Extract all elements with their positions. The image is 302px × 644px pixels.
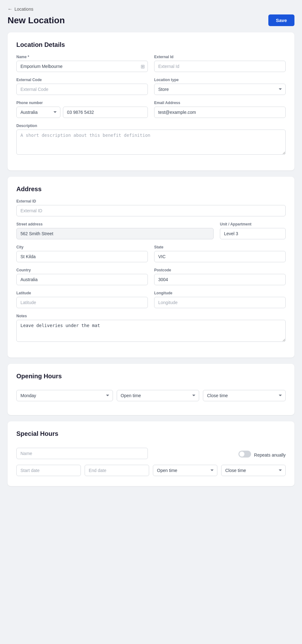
opening-hours-title: Opening Hours (16, 373, 286, 380)
notes-row: Notes (16, 314, 286, 342)
opening-hours-card: Opening Hours Monday Tuesday Wednesday T… (8, 364, 294, 415)
end-date-group (85, 465, 149, 476)
state-input[interactable] (154, 251, 286, 262)
notes-group: Notes (16, 314, 286, 342)
country-input[interactable] (16, 274, 148, 285)
street-label: Street address (16, 222, 214, 226)
email-group: Email Address (154, 101, 286, 118)
city-input[interactable] (16, 251, 148, 262)
longitude-group: Longitude (154, 291, 286, 308)
postcode-group: Postcode (154, 268, 286, 285)
latitude-input[interactable] (16, 297, 148, 308)
breadcrumb[interactable]: ← Locations (8, 6, 294, 12)
latitude-label: Latitude (16, 291, 148, 295)
name-label: Name * (16, 55, 148, 59)
phone-number-wrapper (63, 107, 148, 118)
description-row: Description (16, 124, 286, 155)
external-id-label: External Id (154, 55, 286, 59)
description-label: Description (16, 124, 286, 128)
city-group: City (16, 245, 148, 262)
location-type-group: Location type Store Warehouse Office (154, 78, 286, 95)
special-name-input[interactable] (16, 448, 148, 459)
opening-hours-row: Monday Tuesday Wednesday Thursday Friday… (16, 386, 286, 405)
street-input[interactable] (16, 228, 214, 239)
page-title: New Location (8, 15, 65, 25)
phone-country-select[interactable]: Australia United States United Kingdom N… (16, 107, 60, 118)
city-state-row: City State (16, 245, 286, 262)
location-type-label: Location type (154, 78, 286, 82)
special-open-time-select[interactable]: Open time 6:00 AM 7:00 AM 8:00 AM 9:00 A… (153, 465, 217, 476)
special-hours-card: Special Hours Repeats anually (8, 421, 294, 486)
description-group: Description (16, 124, 286, 155)
name-externalid-row: Name * ⊞ External Id (16, 55, 286, 72)
address-externalid-input[interactable] (16, 205, 286, 216)
end-date-input[interactable] (85, 465, 149, 476)
unit-input[interactable] (220, 228, 286, 239)
longitude-input[interactable] (154, 297, 286, 308)
external-code-label: External Code (16, 78, 148, 82)
external-id-group: External Id (154, 55, 286, 72)
start-date-group (16, 465, 81, 476)
postcode-label: Postcode (154, 268, 286, 272)
location-details-card: Location Details Name * ⊞ External Id Ex… (8, 32, 294, 170)
day-select[interactable]: Monday Tuesday Wednesday Thursday Friday… (16, 390, 113, 401)
repeats-label: Repeats anually (254, 452, 286, 458)
country-label: Country (16, 268, 148, 272)
country-postcode-row: Country Postcode (16, 268, 286, 285)
name-icon: ⊞ (141, 64, 145, 69)
street-unit-row: Street address Unit / Appartment (16, 222, 286, 239)
location-type-select[interactable]: Store Warehouse Office (154, 84, 286, 95)
special-name-toggle-row: Repeats anually (16, 444, 286, 459)
external-id-input[interactable] (154, 61, 286, 72)
phone-group: Phone number Australia United States Uni… (16, 101, 148, 118)
postcode-input[interactable] (154, 274, 286, 285)
email-input[interactable] (154, 107, 286, 118)
phone-country-wrapper: Australia United States United Kingdom N… (16, 107, 60, 118)
external-code-group: External Code (16, 78, 148, 95)
repeats-toggle[interactable] (238, 451, 251, 458)
back-arrow-icon: ← (8, 6, 13, 12)
phone-email-row: Phone number Australia United States Uni… (16, 101, 286, 118)
location-details-title: Location Details (16, 41, 286, 48)
toggle-slider (238, 451, 251, 458)
special-close-time-select[interactable]: Close time 5:00 PM 6:00 PM 7:00 PM 8:00 … (221, 465, 286, 476)
unit-label: Unit / Appartment (220, 222, 286, 226)
notes-label: Notes (16, 314, 286, 318)
special-dates-row: Open time 6:00 AM 7:00 AM 8:00 AM 9:00 A… (16, 465, 286, 476)
address-card: Address External ID Street address Unit … (8, 177, 294, 358)
email-label: Email Address (154, 101, 286, 105)
state-label: State (154, 245, 286, 249)
page-header: New Location Save (8, 14, 294, 26)
start-date-input[interactable] (16, 465, 81, 476)
phone-row: Australia United States United Kingdom N… (16, 107, 148, 118)
state-group: State (154, 245, 286, 262)
external-code-input[interactable] (16, 84, 148, 95)
notes-textarea[interactable] (16, 320, 286, 342)
country-group: Country (16, 268, 148, 285)
name-input[interactable] (16, 61, 148, 72)
close-time-select[interactable]: Close time 5:00 PM 6:00 PM 7:00 PM 8:00 … (203, 390, 286, 401)
open-time-select[interactable]: Open time 6:00 AM 7:00 AM 8:00 AM 9:00 A… (117, 390, 199, 401)
address-externalid-group: External ID (16, 199, 286, 216)
address-title: Address (16, 186, 286, 193)
special-open-time-group: Open time 6:00 AM 7:00 AM 8:00 AM 9:00 A… (153, 465, 217, 476)
longitude-label: Longitude (154, 291, 286, 295)
city-label: City (16, 245, 148, 249)
special-close-time-group: Close time 5:00 PM 6:00 PM 7:00 PM 8:00 … (221, 465, 286, 476)
phone-number-input[interactable] (63, 107, 148, 118)
latlong-row: Latitude Longitude (16, 291, 286, 308)
name-group: Name * ⊞ (16, 55, 148, 72)
repeats-toggle-row: Repeats anually (154, 444, 286, 459)
phone-label: Phone number (16, 101, 148, 105)
address-externalid-label: External ID (16, 199, 286, 203)
externalcode-locationtype-row: External Code Location type Store Wareho… (16, 78, 286, 95)
save-button[interactable]: Save (268, 14, 294, 26)
latitude-group: Latitude (16, 291, 148, 308)
unit-group: Unit / Appartment (220, 222, 286, 239)
special-hours-title: Special Hours (16, 430, 286, 437)
special-name-group (16, 448, 148, 459)
description-textarea[interactable] (16, 130, 286, 155)
name-input-wrapper: ⊞ (16, 61, 148, 72)
breadcrumb-label[interactable]: Locations (14, 7, 33, 12)
address-externalid-row: External ID (16, 199, 286, 216)
